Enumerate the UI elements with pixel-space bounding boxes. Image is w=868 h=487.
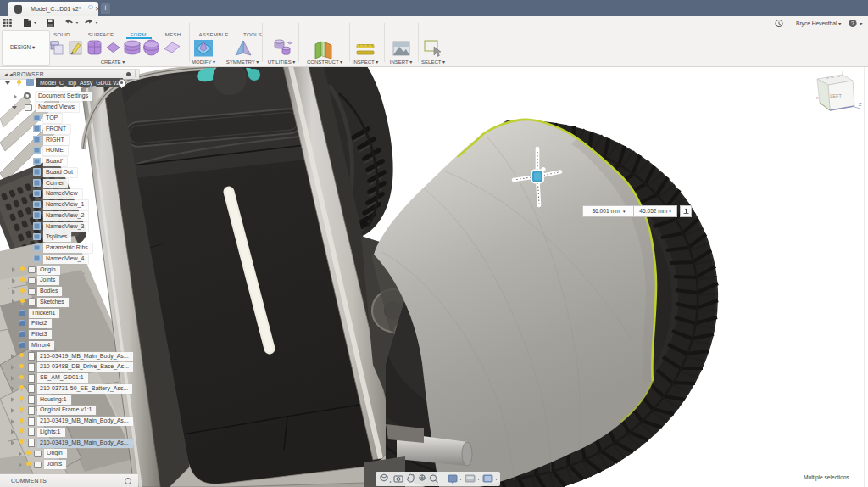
svg-text:Bryce Heventhal: Bryce Heventhal — [796, 20, 837, 27]
svg-text:x: x — [816, 95, 819, 100]
svg-text:?: ? — [851, 20, 854, 26]
svg-text:LEFT: LEFT — [830, 93, 842, 98]
svg-text:Z: Z — [859, 102, 862, 107]
